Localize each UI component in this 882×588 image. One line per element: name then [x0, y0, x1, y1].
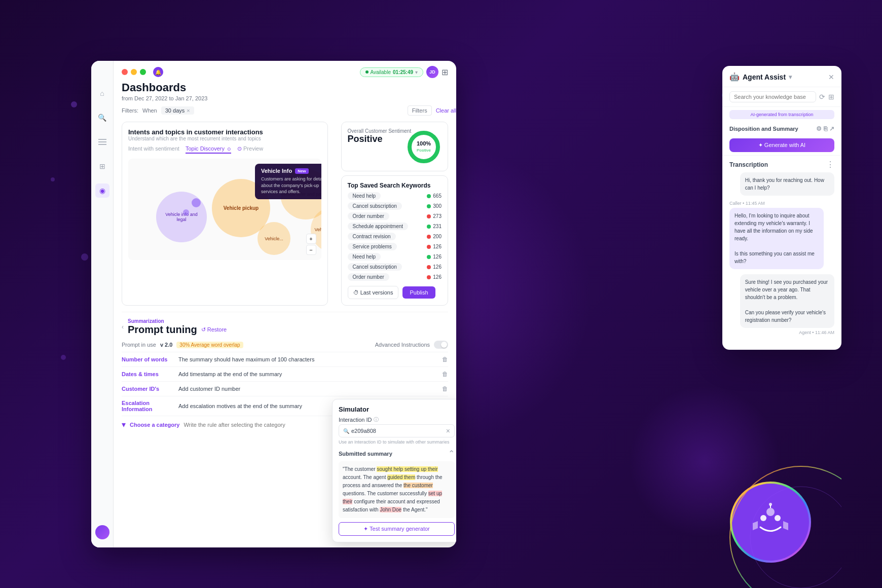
clear-all-button[interactable]: Clear all	[436, 107, 456, 114]
chat-message-3: Sure thing! I see you purchased your veh…	[729, 274, 834, 335]
keyword-row-9: Order number 126	[348, 273, 442, 281]
dashboard-panel: ⌂ 🔍 ⊞ ◉ 🔔 A	[91, 61, 456, 547]
sentiment-donut: 100% Positive	[406, 129, 442, 165]
period-filter[interactable]: 30 days ×	[161, 106, 194, 115]
prompt-tuning-title: Prompt tuning	[128, 324, 197, 336]
generate-ai-button[interactable]: ✦ Generate with AI	[729, 138, 834, 152]
keyword-row-2: Cancel subscription 300	[348, 202, 442, 210]
status-pill: Available 01:25:49 ▾	[360, 67, 423, 77]
delete-rule-words[interactable]: 🗑	[442, 356, 448, 363]
sidebar-item-list[interactable]	[95, 135, 109, 149]
keyword-row-5: Contract revision 200	[348, 233, 442, 240]
agent-assist-title: Agent Assist	[743, 73, 786, 81]
sim-hint: Use an Interaction ID to simulate with o…	[339, 439, 455, 445]
rule-row-words: Number of words The summary should have …	[122, 352, 448, 367]
settings-icon[interactable]: ⊞	[828, 93, 834, 101]
keyword-row-3: Order number 273	[348, 212, 442, 220]
clear-id-icon[interactable]: ×	[446, 427, 450, 435]
simulator-title: Simulator	[339, 406, 455, 413]
aa-close-button[interactable]: ✕	[828, 73, 834, 81]
window-minimize[interactable]	[131, 69, 137, 75]
sidebar-item-grid[interactable]: ⊞	[95, 159, 109, 173]
overlap-badge: 30% Average word overlap	[176, 342, 243, 348]
keyword-row-1: Need help 665	[348, 192, 442, 200]
collapse-sim-icon[interactable]: ⌃	[448, 449, 455, 458]
aa-search-bar: ⟳ ⊞	[722, 87, 841, 107]
delete-rule-dates[interactable]: 🗑	[442, 371, 448, 378]
submitted-summary-label: Submitted summary	[339, 451, 392, 457]
restore-button[interactable]: ↺ Restore	[201, 326, 227, 333]
keywords-title: Top Saved Search Keywords	[348, 182, 442, 189]
last-versions-button[interactable]: ⏱ Last versions	[348, 286, 399, 299]
simulator-panel: Simulator Interaction ID ⓘ 🔍 e209a808 × …	[332, 399, 456, 542]
transcription-section: Transcription ⋮ Hi, thank you for reachi…	[722, 155, 841, 350]
search-icon-sim: 🔍	[343, 428, 349, 434]
tab-intent-sentiment[interactable]: Intent with sentiment	[128, 145, 179, 154]
advanced-label: Advanced Instructions	[375, 342, 430, 348]
when-label: When	[142, 107, 157, 114]
window-close[interactable]	[122, 69, 128, 75]
copy-icon[interactable]: ⎘	[824, 125, 827, 132]
disposition-summary-title: Disposition and Summary	[729, 126, 798, 132]
settings-gear-icon[interactable]: ⚙	[816, 125, 822, 132]
keyword-row-4: Schedule appointment 231	[348, 223, 442, 230]
keywords-panel: Top Saved Search Keywords Need help 665 …	[341, 175, 448, 306]
chevron-icon: ▾	[122, 420, 126, 429]
test-summary-button[interactable]: ✦ Test summary generator	[339, 522, 455, 536]
sidebar-avatar	[95, 525, 109, 539]
bubble-small-2	[183, 209, 189, 215]
prompt-version: v 2.0	[160, 342, 172, 348]
sidebar-item-search[interactable]: 🔍	[95, 111, 109, 125]
advanced-toggle[interactable]	[434, 341, 448, 349]
svg-text:100%: 100%	[417, 140, 431, 146]
tab-topic-discovery[interactable]: Topic Discovery ⊙	[186, 145, 231, 154]
aa-chevron-icon: ▾	[789, 74, 792, 81]
export-icon[interactable]: ↗	[829, 125, 834, 132]
keyword-row-6: Service problems 126	[348, 243, 442, 250]
sidebar-item-user[interactable]: ◉	[95, 183, 109, 198]
ai-generated-badge: AI-generated from transcription	[729, 110, 834, 119]
chart-title: Intents and topics in customer interacti…	[128, 128, 321, 136]
rule-row-customerid: Customer ID's Add customer ID number 🗑	[122, 382, 448, 396]
bubble-vehicle-small[interactable]: Vehicle...	[258, 222, 290, 255]
remove-filter[interactable]: ×	[187, 107, 190, 114]
chat-area: Hi, thank you for reaching out. How can …	[722, 172, 841, 350]
refresh-icon[interactable]: ⟳	[819, 93, 825, 101]
agent-assist-panel: 🤖 Agent Assist ▾ ✕ ⟳ ⊞ AI-generated from…	[722, 66, 841, 350]
filters-label: Filters:	[122, 107, 138, 114]
knowledge-base-search[interactable]	[729, 91, 816, 102]
window-maximize[interactable]	[140, 69, 146, 75]
sidebar-item-home[interactable]: ⌂	[95, 86, 109, 100]
agent-assist-icon: 🤖	[729, 72, 740, 82]
bubble-chart: Vehicle Info New Customers are asking fo…	[128, 159, 321, 260]
chart-tabs: Intent with sentiment Topic Discovery ⊙ …	[128, 145, 321, 154]
page-title: Dashboards	[122, 81, 456, 94]
summarization-label: Summarization	[128, 318, 227, 324]
zoom-in-icon[interactable]: +	[306, 234, 316, 244]
tab-preview[interactable]: ⊙ Preview	[237, 145, 263, 154]
sidebar: ⌂ 🔍 ⊞ ◉	[91, 61, 114, 547]
grid-toggle[interactable]: ⊞	[442, 67, 448, 77]
publish-button[interactable]: Publish	[402, 286, 435, 299]
sentiment-panel: Overall Customer Sentiment Positive 100%…	[341, 122, 448, 171]
bubble-small-1	[192, 198, 201, 207]
notification-bell[interactable]: 🔔	[153, 67, 163, 77]
interaction-id-label: Interaction ID	[339, 417, 372, 423]
interaction-id-value: e209a808	[351, 428, 376, 434]
rule-row-dates: Dates & times Add timestamp at the end o…	[122, 367, 448, 382]
chat-message-1: Hi, thank you for reaching out. How can …	[729, 172, 834, 196]
disposition-section: Disposition and Summary ⚙ ⎘ ↗	[722, 122, 841, 135]
collapse-icon[interactable]: ‹	[122, 323, 124, 330]
aa-header: 🤖 Agent Assist ▾ ✕	[722, 66, 841, 87]
delete-rule-customerid[interactable]: 🗑	[442, 385, 448, 392]
date-range: from Dec 27, 2022 to Jan 27, 2023	[122, 95, 456, 101]
keyword-row-8: Cancel subscription 126	[348, 263, 442, 271]
filter-button[interactable]: Filters	[408, 105, 432, 116]
filters-bar: Filters: When 30 days × Filters Clear al…	[122, 105, 456, 116]
zoom-out-icon[interactable]: −	[306, 245, 316, 255]
transcription-more-icon[interactable]: ⋮	[826, 160, 834, 169]
prompt-in-use-label: Prompt in use	[122, 342, 156, 348]
user-avatar[interactable]: JD	[426, 66, 438, 78]
svg-point-11	[410, 133, 438, 161]
chat-message-2: Caller • 11:45 AM Hello, I'm looking to …	[729, 201, 834, 269]
